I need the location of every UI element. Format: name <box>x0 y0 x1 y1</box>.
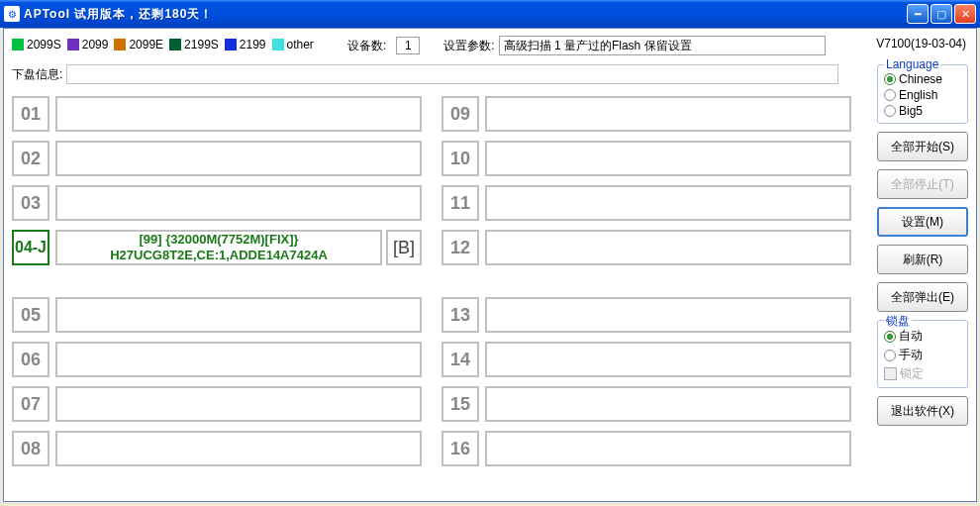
slot-content[interactable] <box>55 96 422 132</box>
slot-row: 16 <box>441 431 851 466</box>
slot-label: 09 <box>441 96 479 132</box>
slot-label: 06 <box>12 342 49 377</box>
slot-label: 02 <box>12 141 49 176</box>
slot-label: 04-J <box>12 230 49 265</box>
language-option[interactable]: English <box>884 87 961 103</box>
top-toolbar: 2099S20992099E2199S2199other 设备数: 1 设置参数… <box>12 35 968 56</box>
legend-label: 2099 <box>82 38 109 51</box>
legend-swatch <box>114 39 126 51</box>
lockdisk-option[interactable]: 手动 <box>884 346 961 364</box>
eject-all-button[interactable]: 全部弹出(E) <box>877 282 968 312</box>
slot-label: 11 <box>441 185 479 221</box>
slot-label: 16 <box>441 431 479 466</box>
slot-content[interactable] <box>55 386 422 422</box>
lock-checkbox: 锁定 <box>884 364 961 383</box>
slot-content[interactable] <box>55 185 422 221</box>
slot-content[interactable] <box>485 386 851 422</box>
slot-row: 03 <box>12 185 422 221</box>
slot-row: 02 <box>12 141 422 176</box>
legend-swatch <box>225 39 237 51</box>
start-all-button[interactable]: 全部开始(S) <box>877 132 968 161</box>
slot-label: 03 <box>12 185 49 221</box>
slot-row: 12 <box>441 230 851 265</box>
slot-content[interactable] <box>485 96 851 132</box>
legend-label: other <box>287 38 314 51</box>
slot-row: 01 <box>12 96 422 132</box>
disk-info-box <box>66 64 838 84</box>
slot-row: 10 <box>441 141 851 176</box>
slot-line1: [99] {32000M(7752M)[FIX]} <box>139 232 298 248</box>
version-label: V7100(19-03-04) <box>876 37 966 51</box>
language-group-title: Language <box>884 57 940 71</box>
slot-row: 13 <box>441 297 851 333</box>
lockdisk-group: 锁盘 自动手动 锁定 <box>877 320 968 388</box>
slot-content[interactable] <box>55 431 422 466</box>
slot-label: 13 <box>441 297 479 333</box>
slot-row: 04-J [99] {32000M(7752M)[FIX]} H27UCG8T2… <box>12 230 422 265</box>
legend-item: 2199 <box>225 38 266 51</box>
slot-label: 01 <box>12 96 49 132</box>
slot-content[interactable] <box>55 141 422 176</box>
refresh-button[interactable]: 刷新(R) <box>877 245 968 274</box>
legend-item: other <box>272 38 314 51</box>
legend-item: 2099S <box>12 38 61 51</box>
device-count-label: 设备数: <box>347 38 386 54</box>
app-icon: ⚙ <box>4 6 20 22</box>
slot-row: 05 <box>12 297 422 333</box>
legend-swatch <box>12 39 24 51</box>
slot-label: 05 <box>12 297 49 333</box>
legend-label: 2099E <box>129 38 163 51</box>
slot-row: 09 <box>441 96 851 132</box>
slot-row: 11 <box>441 185 851 221</box>
set-params-label: 设置参数: <box>443 38 494 54</box>
slot-content[interactable] <box>55 342 422 377</box>
slot-label: 08 <box>12 431 49 466</box>
slot-label: 12 <box>441 230 479 265</box>
slot-content[interactable]: [99] {32000M(7752M)[FIX]} H27UCG8T2E,CE:… <box>55 230 382 265</box>
disk-info-label: 下盘信息: <box>12 66 62 83</box>
language-option[interactable]: Chinese <box>884 71 961 87</box>
device-count-value: 1 <box>396 37 420 54</box>
slot-content[interactable] <box>485 230 851 265</box>
slot-content[interactable] <box>485 141 851 176</box>
slot-line2: H27UCG8T2E,CE:1,ADDE14A7424A <box>110 248 328 263</box>
language-group: Language ChineseEnglishBig5 <box>877 64 968 124</box>
slot-label: 10 <box>441 141 479 176</box>
legend-swatch <box>67 39 79 51</box>
window-title-bar: ⚙ APTool 试用版本，还剩180天！ ━ ▢ ✕ <box>0 0 980 28</box>
maximize-button[interactable]: ▢ <box>931 4 952 24</box>
slot-label: 15 <box>441 386 479 422</box>
minimize-button[interactable]: ━ <box>907 4 929 24</box>
slot-label: 07 <box>12 386 49 422</box>
legend-label: 2199S <box>184 38 219 51</box>
slot-suffix: [B] <box>386 230 422 265</box>
slot-content[interactable] <box>55 297 422 333</box>
legend-label: 2199 <box>240 38 266 51</box>
legend-swatch <box>169 39 181 51</box>
params-value: 高级扫描 1 量产过的Flash 保留设置 <box>499 36 826 55</box>
language-option[interactable]: Big5 <box>884 103 961 119</box>
legend-label: 2099S <box>27 38 61 51</box>
slot-content[interactable] <box>485 185 851 221</box>
exit-button[interactable]: 退出软件(X) <box>877 396 968 426</box>
slot-content[interactable] <box>485 297 851 333</box>
slot-row: 06 <box>12 342 422 377</box>
slot-content[interactable] <box>485 342 851 377</box>
slot-row: 07 <box>12 386 422 422</box>
legend-item: 2099 <box>67 38 109 51</box>
legend-item: 2199S <box>169 38 219 51</box>
slot-row: 08 <box>12 431 422 466</box>
slot-row: 15 <box>441 386 851 422</box>
legend-swatch <box>272 39 284 51</box>
slot-row: 14 <box>441 342 851 377</box>
stop-all-button: 全部停止(T) <box>877 169 968 199</box>
lockdisk-group-title: 锁盘 <box>884 313 912 330</box>
legend-item: 2099E <box>114 38 163 51</box>
slot-content[interactable] <box>485 431 851 466</box>
close-button[interactable]: ✕ <box>954 4 976 24</box>
window-title: APTool 试用版本，还剩180天！ <box>24 6 907 23</box>
slot-label: 14 <box>441 342 479 377</box>
settings-button[interactable]: 设置(M) <box>877 207 968 237</box>
